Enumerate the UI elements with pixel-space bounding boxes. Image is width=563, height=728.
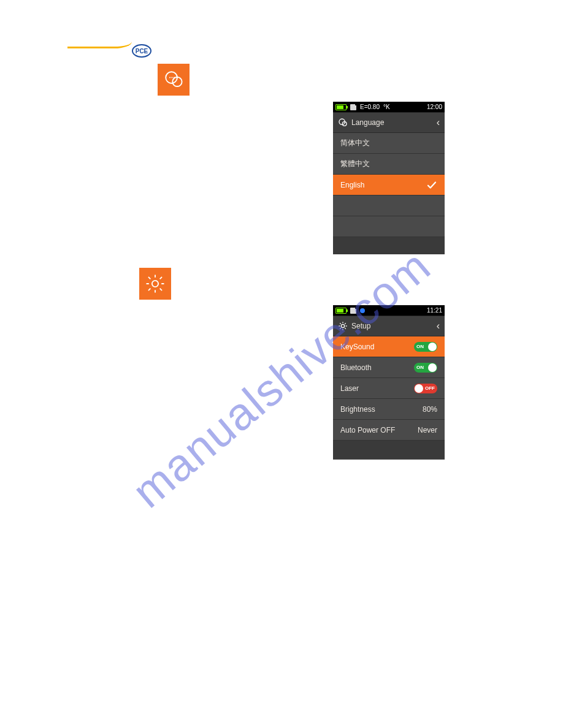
language-label: English: [340, 181, 364, 189]
language-screen: E=0.80 °K 12:00 Language ‹ 简体中文 繁體中文 Eng…: [333, 102, 445, 252]
language-label: 简体中文: [340, 138, 370, 148]
svg-point-3: [171, 77, 172, 78]
speech-bubble-icon: [338, 118, 348, 127]
battery-icon: [335, 308, 347, 314]
row-label: Brightness: [340, 405, 375, 414]
gear-icon: [145, 273, 166, 294]
save-icon: [350, 104, 356, 110]
empty-row: [333, 216, 445, 237]
setup-laser-row[interactable]: Laser OFF: [333, 378, 445, 399]
header-title: Language: [351, 118, 384, 127]
status-bar: 11:21: [333, 305, 445, 316]
toggle-on[interactable]: ON: [414, 342, 437, 352]
svg-point-2: [169, 77, 170, 78]
row-label: Bluetooth: [340, 363, 372, 372]
emissivity-value: E=0.80: [360, 104, 380, 110]
battery-icon: [335, 104, 347, 110]
toggle-on[interactable]: ON: [414, 363, 437, 373]
bluetooth-icon: [360, 308, 365, 313]
row-label: KeySound: [340, 343, 374, 351]
check-icon: [426, 180, 437, 191]
temp-unit: °K: [383, 104, 390, 110]
back-chevron-icon[interactable]: ‹: [437, 320, 440, 332]
row-value: 80%: [423, 405, 437, 414]
setup-header[interactable]: Setup ‹: [333, 316, 445, 336]
speech-bubble-icon: [163, 69, 184, 90]
status-bar: E=0.80 °K 12:00: [333, 102, 445, 112]
setup-tile: [139, 268, 171, 300]
row-label: Auto Power OFF: [340, 426, 395, 434]
empty-row: [333, 237, 445, 254]
setup-screen: 11:21 Setup ‹ KeySound ON Bluetooth ON L…: [333, 305, 445, 460]
brand-badge: PCE: [132, 44, 151, 58]
language-option[interactable]: 简体中文: [333, 133, 445, 154]
svg-point-5: [152, 281, 158, 287]
setup-brightness-row[interactable]: Brightness 80%: [333, 399, 445, 420]
clock: 12:00: [427, 104, 442, 110]
language-header[interactable]: Language ‹: [333, 112, 445, 133]
empty-row: [333, 195, 445, 216]
brand-swoosh: [67, 38, 141, 60]
svg-point-4: [174, 77, 175, 78]
row-label: Laser: [340, 384, 359, 393]
language-option-selected[interactable]: English: [333, 175, 445, 195]
back-chevron-icon[interactable]: ‹: [437, 117, 440, 128]
language-label: 繁體中文: [340, 159, 370, 169]
language-tile: [158, 64, 190, 96]
gear-icon: [338, 321, 348, 331]
header-title: Setup: [351, 322, 370, 330]
clock: 11:21: [427, 307, 442, 314]
save-icon: [350, 308, 356, 314]
language-option[interactable]: 繁體中文: [333, 154, 445, 175]
setup-bluetooth-row[interactable]: Bluetooth ON: [333, 357, 445, 378]
empty-row: [333, 441, 445, 459]
row-value: Never: [418, 426, 437, 434]
svg-point-8: [341, 324, 344, 327]
setup-autopoweroff-row[interactable]: Auto Power OFF Never: [333, 420, 445, 441]
setup-keysound-row[interactable]: KeySound ON: [333, 336, 445, 357]
toggle-off[interactable]: OFF: [414, 384, 437, 393]
